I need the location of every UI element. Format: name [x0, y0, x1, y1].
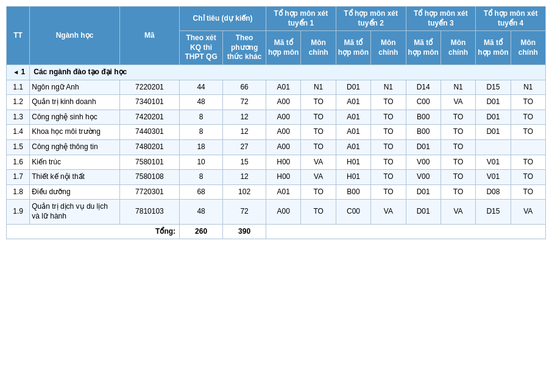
cell-ma2: A01 — [336, 110, 370, 125]
cell-ma4: D15 — [476, 200, 511, 224]
cell-mon2: TO — [371, 125, 406, 140]
cell-ma3: B00 — [406, 125, 441, 140]
cell-theo-pp: 15 — [223, 155, 266, 170]
cell-theo-pp: 102 — [223, 184, 266, 200]
cell-ma4: D01 — [476, 125, 511, 140]
cell-mon3: VA — [441, 200, 475, 224]
cell-mon2: TO — [371, 95, 406, 110]
cell-nganh: Quản trị dịch vụ du lịch và lữ hành — [30, 200, 120, 224]
cell-ma: 7420201 — [119, 110, 179, 125]
cell-ma4: D15 — [476, 80, 511, 95]
cell-ma2: A01 — [336, 139, 370, 155]
cell-ma4: D01 — [476, 95, 511, 110]
cell-mon2: VA — [371, 200, 406, 224]
header-ma-to-hop-3: Mã tổ hợp môn — [406, 31, 441, 65]
cell-ma4: D08 — [476, 184, 511, 200]
cell-ma2: C00 — [336, 200, 370, 224]
cell-mon3: VA — [441, 95, 475, 110]
cell-theo-pp: 72 — [223, 200, 266, 224]
cell-ma4: V01 — [476, 170, 511, 185]
cell-tt: 1.7 — [7, 170, 30, 185]
header-ma: Mã — [119, 7, 179, 65]
cell-ma: 7810103 — [119, 200, 179, 224]
cell-ma1: A00 — [266, 125, 301, 140]
cell-mon2: TO — [371, 139, 406, 155]
cell-nganh: Công nghệ thông tin — [30, 139, 120, 155]
table-row: 1.7 Thiết kế nội thất 7580108 8 12 H00 V… — [7, 170, 546, 185]
cell-theo-kq: 48 — [180, 95, 223, 110]
cell-mon4: TO — [511, 110, 545, 125]
table-row: 1.2 Quản trị kinh doanh 7340101 48 72 A0… — [7, 95, 546, 110]
table-row: 1.8 Điều dưỡng 7720301 68 102 A01 TO B00… — [7, 184, 546, 200]
header-ma-to-hop-2: Mã tổ hợp môn — [336, 31, 370, 65]
cell-nganh: Ngôn ngữ Anh — [30, 80, 120, 95]
cell-mon4: TO — [511, 184, 545, 200]
cell-nganh: Quản trị kinh doanh — [30, 95, 120, 110]
cell-ma3: V00 — [406, 155, 441, 170]
cell-mon1: TO — [301, 200, 336, 224]
cell-ma: 7340101 — [119, 95, 179, 110]
cell-tt: 1.2 — [7, 95, 30, 110]
header-mon-chinh-3: Môn chính — [441, 31, 475, 65]
cell-mon3: TO — [441, 139, 475, 155]
cell-ma: 7720301 — [119, 184, 179, 200]
cell-theo-kq: 48 — [180, 200, 223, 224]
cell-mon2: TO — [371, 110, 406, 125]
cell-tt: 1.9 — [7, 200, 30, 224]
table-row: 1.3 Công nghệ sinh học 7420201 8 12 A00 … — [7, 110, 546, 125]
cell-tt: 1.1 — [7, 80, 30, 95]
cell-ma1: A00 — [266, 95, 301, 110]
cell-mon4: N1 — [511, 80, 545, 95]
cell-ma3: D01 — [406, 139, 441, 155]
cell-ma1: A01 — [266, 80, 301, 95]
header-mon-chinh-1: Môn chính — [301, 31, 336, 65]
cell-ma: 7220201 — [119, 80, 179, 95]
cell-mon4: TO — [511, 170, 545, 185]
cell-ma1: H00 — [266, 155, 301, 170]
cell-mon2: TO — [371, 155, 406, 170]
cell-mon1: TO — [301, 184, 336, 200]
cell-theo-pp: 12 — [223, 125, 266, 140]
total-row: Tổng: 260 390 — [7, 224, 546, 239]
cell-tt: 1.3 — [7, 110, 30, 125]
total-theo-pp: 390 — [223, 224, 266, 239]
cell-theo-pp: 72 — [223, 95, 266, 110]
cell-ma1: A01 — [266, 184, 301, 200]
cell-mon1: TO — [301, 95, 336, 110]
cell-mon1: N1 — [301, 80, 336, 95]
cell-nganh: Khoa học môi trường — [30, 125, 120, 140]
cell-ma: 7440301 — [119, 125, 179, 140]
cell-mon3: N1 — [441, 80, 475, 95]
table-row: 1.1 Ngôn ngữ Anh 7220201 44 66 A01 N1 D0… — [7, 80, 546, 95]
cell-ma2: H01 — [336, 155, 370, 170]
cell-nganh: Công nghệ sinh học — [30, 110, 120, 125]
cell-theo-kq: 10 — [180, 155, 223, 170]
main-table: TT Ngành học Mã Chỉ tiêu (dự kiến) Tổ hợ… — [6, 6, 546, 239]
cell-ma3: B00 — [406, 110, 441, 125]
section-tt: ◄ 1 — [7, 65, 30, 80]
cell-mon4 — [511, 139, 545, 155]
cell-nganh: Thiết kế nội thất — [30, 170, 120, 185]
cell-mon1: VA — [301, 170, 336, 185]
table-row: 1.4 Khoa học môi trường 7440301 8 12 A00… — [7, 125, 546, 140]
cell-mon2: TO — [371, 170, 406, 185]
cell-ma4 — [476, 139, 511, 155]
cell-theo-kq: 68 — [180, 184, 223, 200]
cell-mon2: TO — [371, 184, 406, 200]
total-theo-kq: 260 — [180, 224, 223, 239]
cell-theo-pp: 12 — [223, 110, 266, 125]
cell-mon4: TO — [511, 125, 545, 140]
cell-ma2: A01 — [336, 125, 370, 140]
cell-ma: 7480201 — [119, 139, 179, 155]
cell-mon4: VA — [511, 200, 545, 224]
cell-ma: 7580108 — [119, 170, 179, 185]
cell-nganh: Điều dưỡng — [30, 184, 120, 200]
cell-ma1: A00 — [266, 139, 301, 155]
cell-ma1: H00 — [266, 170, 301, 185]
header-nganh-hoc: Ngành học — [30, 7, 120, 65]
cell-ma4: V01 — [476, 155, 511, 170]
header-to-hop-3: Tổ hợp môn xét tuyển 3 — [406, 7, 476, 31]
cell-ma3: C00 — [406, 95, 441, 110]
cell-mon3: TO — [441, 155, 475, 170]
cell-ma2: B00 — [336, 184, 370, 200]
